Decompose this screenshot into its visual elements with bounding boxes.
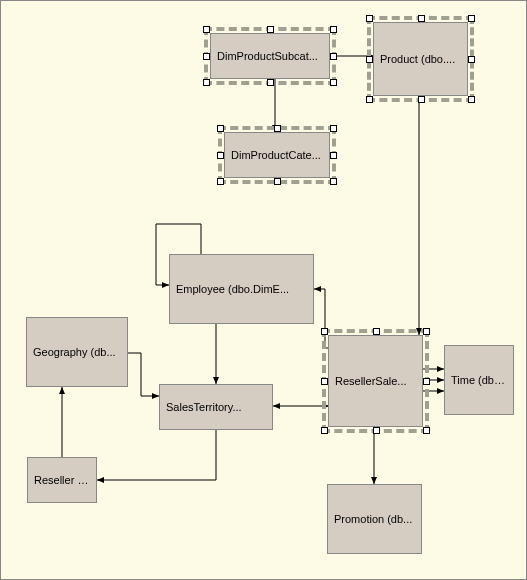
node-label: DimProductSubcat... [217, 50, 318, 62]
selection-handle[interactable] [330, 26, 337, 33]
selection-handle[interactable] [203, 26, 210, 33]
node-label: Product (dbo.... [380, 53, 455, 65]
node-promotion[interactable]: Promotion (db... [327, 484, 422, 554]
node-label: ResellerSale... [335, 375, 407, 387]
selection-handle[interactable] [468, 15, 475, 22]
selection-handle[interactable] [321, 378, 328, 385]
selection-handle[interactable] [330, 125, 337, 132]
selection-handle[interactable] [217, 125, 224, 132]
selection-handle[interactable] [217, 178, 224, 185]
node-sales-territory[interactable]: SalesTerritory... [159, 384, 273, 430]
node-product[interactable]: Product (dbo.... [373, 22, 468, 96]
selection-handle[interactable] [267, 79, 274, 86]
node-label: Reseller (d... [34, 474, 90, 486]
node-employee[interactable]: Employee (dbo.DimE... [169, 254, 314, 324]
selection-handle[interactable] [330, 178, 337, 185]
selection-handle[interactable] [330, 53, 337, 60]
selection-handle[interactable] [423, 427, 430, 434]
node-geography[interactable]: Geography (db... [26, 317, 128, 387]
node-dim-product-subcategory[interactable]: DimProductSubcat... [210, 33, 330, 79]
selection-handle[interactable] [366, 56, 373, 63]
selection-handle[interactable] [321, 427, 328, 434]
selection-handle[interactable] [373, 427, 380, 434]
diagram-canvas[interactable]: DimProductSubcat... Product (dbo.... Dim… [0, 0, 527, 580]
selection-handle[interactable] [267, 26, 274, 33]
selection-handle[interactable] [321, 328, 328, 335]
selection-handle[interactable] [203, 53, 210, 60]
selection-handle[interactable] [468, 56, 475, 63]
selection-handle[interactable] [366, 15, 373, 22]
selection-handle[interactable] [468, 96, 475, 103]
selection-handle[interactable] [274, 178, 281, 185]
node-reseller-sale[interactable]: ResellerSale... [328, 335, 423, 427]
selection-handle[interactable] [203, 79, 210, 86]
node-dim-product-category[interactable]: DimProductCate... [224, 132, 330, 178]
selection-handle[interactable] [373, 328, 380, 335]
selection-handle[interactable] [418, 15, 425, 22]
selection-handle[interactable] [418, 96, 425, 103]
selection-handle[interactable] [274, 125, 281, 132]
selection-handle[interactable] [366, 96, 373, 103]
selection-handle[interactable] [330, 152, 337, 159]
selection-handle[interactable] [217, 152, 224, 159]
node-label: Employee (dbo.DimE... [176, 283, 289, 295]
node-label: Time (dbo.Di... [451, 374, 507, 386]
selection-handle[interactable] [423, 328, 430, 335]
node-reseller[interactable]: Reseller (d... [27, 457, 97, 503]
node-time[interactable]: Time (dbo.Di... [444, 345, 514, 415]
selection-handle[interactable] [423, 378, 430, 385]
node-label: SalesTerritory... [166, 401, 242, 413]
node-label: Geography (db... [33, 346, 116, 358]
node-label: DimProductCate... [231, 149, 321, 161]
node-label: Promotion (db... [334, 513, 412, 525]
selection-handle[interactable] [330, 79, 337, 86]
